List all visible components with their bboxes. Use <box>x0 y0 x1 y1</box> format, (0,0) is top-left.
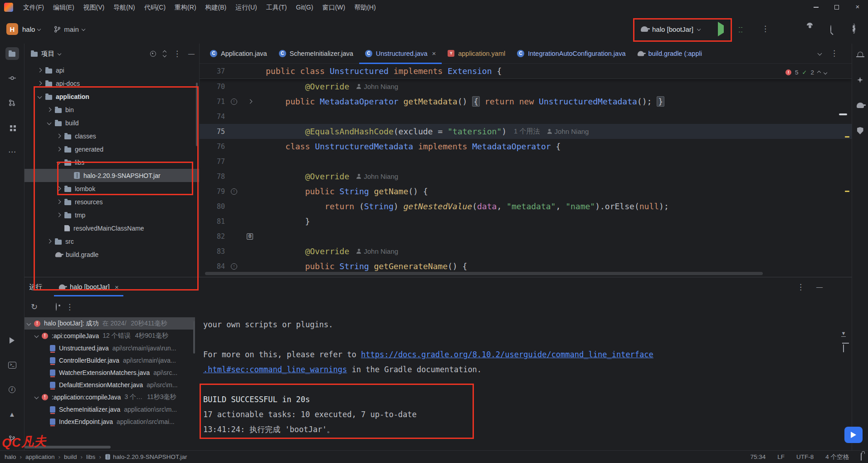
locate-file-icon[interactable] <box>150 51 156 57</box>
services-tool-icon[interactable]: i <box>5 383 19 396</box>
close-tab-icon[interactable]: × <box>432 49 436 57</box>
project-tree-item[interactable]: build <box>24 116 199 129</box>
project-tree-item[interactable]: bin <box>24 103 199 116</box>
menu-item[interactable]: 重构(R) <box>170 0 200 15</box>
inspections-widget[interactable]: ! 5 ✓ 2 <box>785 69 827 76</box>
run-tree-item[interactable]: !:application:compileJava3 个…11秒3毫秒 <box>24 391 195 403</box>
editor-tab[interactable]: CIntegrationAutoConfiguration.java <box>511 44 631 64</box>
terminal-tool-icon[interactable]: >_ <box>5 359 19 371</box>
rerun-icon[interactable]: ↻ <box>31 303 38 311</box>
clear-console-trash-icon[interactable] <box>843 345 844 352</box>
console-output[interactable]: your own scripts or plugins. For more on… <box>195 317 852 450</box>
next-problem-icon[interactable] <box>824 70 827 74</box>
tree-chevron-icon[interactable] <box>47 121 52 125</box>
editor-tab[interactable]: CApplication.java <box>204 44 273 64</box>
tree-chevron-icon[interactable] <box>57 187 61 191</box>
breadcrumb-item[interactable]: application <box>25 453 55 460</box>
usages-inlay[interactable]: 1 个用法 <box>514 127 540 136</box>
run-panel-title[interactable]: 运行 <box>29 283 42 291</box>
editor-tab[interactable]: Yapplication.yaml <box>442 44 511 64</box>
menu-item[interactable]: 代码(C) <box>140 0 170 15</box>
run-toolbar-more-icon[interactable]: ⋮ <box>66 303 73 311</box>
tree-chevron-icon[interactable] <box>27 321 31 326</box>
tree-chevron-icon[interactable] <box>38 94 42 99</box>
project-tree-item[interactable]: build.gradle <box>24 248 199 261</box>
run-tab[interactable]: halo [bootJar] × <box>53 277 124 296</box>
more-actions-icon[interactable]: ⋮ <box>761 25 769 33</box>
tree-chevron-icon[interactable] <box>57 147 61 152</box>
tree-chevron-icon[interactable] <box>47 108 52 112</box>
override-marker-icon[interactable]: ↑ <box>231 188 237 195</box>
menu-item[interactable]: 文件(F) <box>19 0 49 15</box>
project-tree-item[interactable]: halo-2.20.9-SNAPSHOT.jar <box>24 169 199 182</box>
caret-position[interactable]: 75:34 <box>750 453 766 460</box>
more-tools-icon[interactable]: ⋯ <box>5 145 19 158</box>
project-tree-item[interactable]: tmp <box>24 208 199 222</box>
menu-item[interactable]: 编辑(E) <box>49 0 79 15</box>
project-tree-item[interactable]: libs <box>24 156 199 169</box>
scrollbar[interactable] <box>196 83 198 146</box>
run-tree-item[interactable]: !halo [bootJar]: 成功在 2024/20秒411毫秒 <box>24 317 195 330</box>
minimize-button[interactable] <box>805 0 826 15</box>
editor-tab[interactable]: CSchemeInitializer.java <box>273 44 359 64</box>
run-button[interactable] <box>718 25 724 33</box>
prev-problem-icon[interactable] <box>817 70 821 74</box>
menu-item[interactable]: 帮助(H) <box>350 0 380 15</box>
project-name[interactable]: halo <box>22 25 35 33</box>
run-tree-item[interactable]: SchemeInitializer.javaapplication\src\m.… <box>24 403 195 415</box>
tree-chevron-icon[interactable] <box>57 200 61 204</box>
tab-options-icon[interactable]: ⋮ <box>830 49 838 57</box>
run-tree-item[interactable]: Unstructured.javaapi\src\main\java\run..… <box>24 342 195 354</box>
run-config-selector[interactable]: halo [bootJar] <box>637 21 704 37</box>
run-tree-item[interactable]: IndexEndpoint.javaapplication\src\mai... <box>24 415 195 428</box>
hide-panel-icon[interactable]: — <box>188 50 195 57</box>
breadcrumb-item[interactable]: halo-2.20.9-SNAPSHOT.jar <box>105 453 187 460</box>
project-tree-item[interactable]: resolvedMainClassName <box>24 222 199 235</box>
collapse-all-icon[interactable] <box>163 51 166 57</box>
branch-widget[interactable]: main <box>54 25 85 33</box>
project-tool-icon[interactable] <box>5 47 19 60</box>
fold-marker-icon[interactable] <box>248 99 252 104</box>
commit-tool-icon[interactable] <box>5 72 19 84</box>
floating-run-button[interactable] <box>844 427 863 443</box>
readonly-lock-icon[interactable] <box>861 453 862 460</box>
author-inlay[interactable]: John Niang <box>356 247 398 255</box>
project-tree-item[interactable]: api-docs <box>24 77 199 90</box>
tree-chevron-icon[interactable] <box>57 134 61 138</box>
ai-assistant-icon[interactable] <box>853 74 867 86</box>
override-marker-icon[interactable]: ↑ <box>231 99 237 105</box>
maximize-button[interactable] <box>826 0 847 15</box>
tree-chevron-icon[interactable] <box>47 239 52 244</box>
tree-chevron-icon[interactable] <box>34 395 39 399</box>
project-tree-item[interactable]: lombok <box>24 182 199 195</box>
close-button[interactable]: × <box>847 0 868 15</box>
warning-stripe-mark[interactable] <box>845 136 849 138</box>
breadcrumb-item[interactable]: halo <box>5 453 16 460</box>
run-panel-options-icon[interactable]: ⋮ <box>797 283 805 291</box>
code-area[interactable]: 70 @OverrideJohn Niang71↑ public Metadat… <box>200 79 852 274</box>
menu-item[interactable]: 工具(T) <box>262 0 292 15</box>
settings-gear-icon[interactable] <box>853 25 855 32</box>
project-avatar[interactable]: H <box>6 23 18 35</box>
problems-tool-icon[interactable]: ▲ <box>5 408 19 420</box>
run-tree-item[interactable]: DefaultExtensionMatcher.javaapi\src\m... <box>24 379 195 391</box>
splitter-handle[interactable] <box>839 113 847 115</box>
console-link[interactable]: https://docs.gradle.org/8.10.2/userguide… <box>361 350 653 359</box>
menu-item[interactable]: 构建(B) <box>201 0 231 15</box>
project-tree-item[interactable]: api <box>24 64 199 77</box>
menu-item[interactable]: 窗口(W) <box>318 0 350 15</box>
indent-setting[interactable]: 4 个空格 <box>825 453 849 461</box>
bookmark-icon[interactable]: 0 <box>247 233 253 240</box>
breadcrumb-item[interactable]: libs <box>86 453 95 460</box>
project-tree-item[interactable]: src <box>24 235 199 248</box>
author-inlay[interactable]: John Niang <box>356 172 398 180</box>
hide-run-panel-icon[interactable]: — <box>816 283 823 291</box>
tree-chevron-icon[interactable] <box>34 334 39 338</box>
close-tab-icon[interactable]: × <box>115 283 119 291</box>
project-tree-item[interactable]: application <box>24 90 199 103</box>
warning-stripe-mark[interactable] <box>845 191 849 192</box>
show-output-eye-icon[interactable] <box>56 303 57 310</box>
tree-chevron-icon[interactable] <box>38 68 42 73</box>
project-panel-title[interactable]: 项目 <box>41 49 54 58</box>
dependencies-shield-icon[interactable] <box>853 124 867 137</box>
